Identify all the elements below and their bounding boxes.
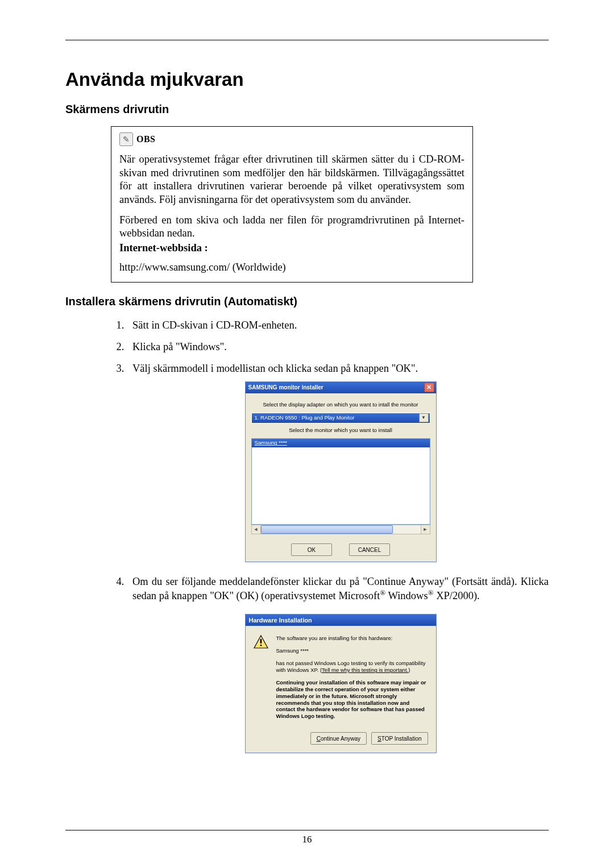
close-icon[interactable]: ✕ <box>424 383 434 392</box>
hw-msg-link[interactable]: Tell me why this testing is important. <box>322 667 408 673</box>
note-paragraph-2: Förbered en tom skiva och ladda ner file… <box>119 214 464 240</box>
step-4-text-c: XP/2000). <box>434 590 480 601</box>
install-steps-list: Sätt in CD-skivan i CD-ROM-enheten. Klic… <box>111 318 549 753</box>
horizontal-scrollbar[interactable]: ◄ ► <box>251 525 430 534</box>
step-4-text-b: Windows <box>385 590 428 601</box>
step-4: Om du ser följande meddelandefönster kli… <box>127 575 549 753</box>
scroll-thumb[interactable] <box>261 525 393 534</box>
note-label: OBS <box>136 134 156 144</box>
registered-symbol-2: ® <box>428 588 434 597</box>
hw-msg-compat: has not passed Windows Logo testing to v… <box>276 660 428 674</box>
step-3: Välj skärmmodell i modellistan och klick… <box>127 362 549 562</box>
dialog-title: SAMSUNG monitor installer <box>248 384 323 391</box>
ok-button[interactable]: OK <box>291 543 332 556</box>
hw-msg-device: Samsung **** <box>276 647 428 654</box>
scroll-right-icon[interactable]: ► <box>421 525 430 534</box>
registered-symbol-1: ® <box>380 588 385 597</box>
scroll-track[interactable] <box>261 525 421 534</box>
svg-rect-1 <box>260 639 262 643</box>
cancel-button[interactable]: CANCEL <box>349 543 390 556</box>
chevron-down-icon[interactable]: ▼ <box>419 413 429 422</box>
samsung-installer-dialog: SAMSUNG monitor installer ✕ Select the d… <box>245 381 437 563</box>
monitor-listbox[interactable]: Samsung **** <box>251 438 430 525</box>
dialog-titlebar: SAMSUNG monitor installer ✕ <box>246 382 436 393</box>
hw-dialog-title: Hardware Installation <box>249 616 312 624</box>
monitor-list-item-selected[interactable]: Samsung **** <box>252 439 430 447</box>
step-4-text-a: Om du ser följande meddelandefönster kli… <box>132 576 549 601</box>
hardware-installation-dialog: Hardware Installation The software you a… <box>245 614 437 753</box>
bottom-rule <box>65 830 549 830</box>
adapter-dropdown-value: 1. RADEON 9550 : Plug and Play Monitor <box>255 414 355 421</box>
step-2: Klicka på "Windows". <box>127 340 549 354</box>
hw-msg-warning: Continuing your installation of this sof… <box>276 679 428 720</box>
dialog-instruction-1: Select the display adapter on which you … <box>251 401 430 408</box>
hw-msg-line1: The software you are installing for this… <box>276 635 428 642</box>
dialog-instruction-2: Select the monitor which you want to ins… <box>251 427 430 434</box>
continue-anyway-button[interactable]: Continue Anyway <box>310 732 367 745</box>
note-paragraph-1: När operativsystemet frågar efter drivru… <box>119 153 464 207</box>
section-heading-install: Installera skärmens drivrutin (Automatis… <box>65 295 549 308</box>
top-rule <box>65 40 549 40</box>
note-internet-label: Internet-webbsida : <box>119 242 464 255</box>
page-title: Använda mjukvaran <box>65 69 549 90</box>
scroll-left-icon[interactable]: ◄ <box>252 525 261 534</box>
note-url: http://www.samsung.com/ (Worldwide) <box>119 261 464 275</box>
warning-icon <box>254 635 268 649</box>
adapter-dropdown[interactable]: 1. RADEON 9550 : Plug and Play Monitor ▼ <box>251 413 430 423</box>
step-3-text: Välj skärmmodell i modellistan och klick… <box>132 363 418 374</box>
svg-rect-2 <box>260 645 262 646</box>
page-number: 16 <box>65 834 549 845</box>
note-box: ✎ OBS När operativsystemet frågar efter … <box>111 126 473 283</box>
stop-installation-button[interactable]: STOP Installation <box>371 732 428 745</box>
hw-dialog-titlebar: Hardware Installation <box>246 614 436 626</box>
note-icon: ✎ <box>119 132 133 146</box>
step-1: Sätt in CD-skivan i CD-ROM-enheten. <box>127 318 549 332</box>
section-heading-driver: Skärmens drivrutin <box>65 103 549 116</box>
